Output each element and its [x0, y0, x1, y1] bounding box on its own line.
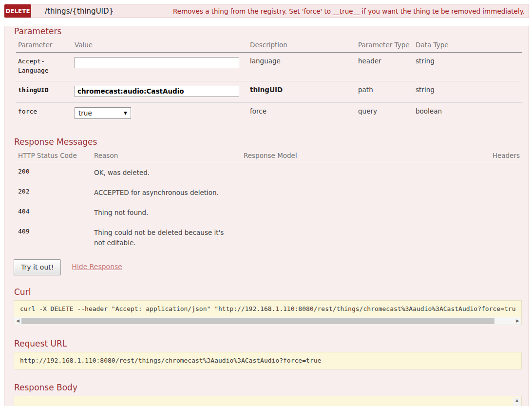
curl-horizontal-scrollbar[interactable]: ◀ ▶	[14, 317, 521, 325]
actions-row: Try it out! Hide Response	[14, 259, 522, 275]
status-code: 202	[16, 188, 92, 197]
headers	[451, 168, 522, 177]
param-data-type: string	[414, 86, 522, 97]
col-http-status-code: HTTP Status Code	[16, 152, 92, 159]
param-description: thingUID	[248, 86, 356, 97]
param-name: thingUID	[16, 86, 65, 97]
response-messages-header: HTTP Status Code Reason Response Model H…	[16, 150, 522, 163]
response-messages-heading: Response Messages	[14, 137, 522, 147]
force-select[interactable]: true ▼	[75, 107, 131, 119]
curl-heading: Curl	[14, 287, 522, 297]
chevron-down-icon: ▼	[124, 111, 127, 116]
swagger-operation-delete: DELETE /things/{thingUID} Removes a thin…	[4, 4, 529, 406]
operation-content: Parameters Parameter Value Description P…	[4, 26, 529, 406]
param-row-accept-language: Accept-Language language header string	[16, 53, 522, 81]
param-row-thinguid: thingUID thingUID path string	[16, 81, 522, 102]
response-body-heading: Response Body	[14, 383, 522, 392]
request-url-codebox: http://192.168.1.110:8080/rest/things/ch…	[14, 352, 522, 369]
scrollbar-thumb[interactable]	[21, 318, 494, 324]
headers	[451, 228, 522, 248]
col-response-model: Response Model	[242, 152, 451, 159]
parameters-heading: Parameters	[14, 26, 522, 36]
scroll-left-icon[interactable]: ◀	[14, 317, 21, 325]
col-headers: Headers	[451, 152, 522, 159]
operation-summary: Removes a thing from the registry. Set '…	[173, 7, 529, 15]
thinguid-input[interactable]	[75, 86, 239, 97]
param-type: header	[356, 57, 414, 76]
parameters-table: Parameter Value Description Parameter Ty…	[16, 39, 522, 124]
param-row-force: force true ▼ force query boolean	[16, 102, 522, 124]
param-type: query	[356, 107, 414, 119]
response-row-202: 202 ACCEPTED for asynchronous deletion.	[16, 183, 522, 203]
parameters-table-header: Parameter Value Description Parameter Ty…	[16, 39, 522, 53]
operation-path-link[interactable]: /things/{thingUID}	[45, 7, 114, 16]
param-name: force	[16, 107, 65, 119]
headers	[451, 188, 522, 197]
response-row-409: 409 Thing could not be deleted because i…	[16, 223, 522, 253]
col-data-type: Data Type	[414, 41, 522, 49]
status-code: 404	[16, 208, 92, 217]
response-body-json: { "error": { "message": "Cannot delete T…	[14, 396, 521, 406]
response-model	[242, 168, 451, 177]
response-model	[242, 208, 451, 217]
col-description: Description	[248, 41, 356, 49]
col-value: Value	[73, 41, 248, 49]
param-type: path	[356, 86, 414, 97]
reason: Thing not found.	[92, 208, 234, 217]
param-data-type: string	[414, 57, 522, 76]
response-body-codebox: { "error": { "message": "Cannot delete T…	[14, 396, 522, 406]
col-reason: Reason	[92, 152, 242, 159]
accept-language-input[interactable]	[75, 57, 239, 68]
param-description: language	[248, 57, 356, 76]
reason: Thing could not be deleted because it's …	[92, 228, 234, 248]
param-description: force	[248, 107, 356, 119]
try-it-out-button[interactable]: Try it out!	[14, 259, 61, 275]
status-code: 409	[16, 228, 92, 248]
reason: OK, was deleted.	[92, 168, 234, 177]
col-parameter-type: Parameter Type	[356, 41, 414, 49]
response-row-200: 200 OK, was deleted.	[16, 163, 522, 183]
response-messages-table: HTTP Status Code Reason Response Model H…	[16, 150, 522, 253]
curl-codebox: curl -X DELETE --header "Accept: applica…	[14, 300, 522, 325]
headers	[451, 208, 522, 217]
scroll-up-icon[interactable]: ▲	[513, 397, 521, 404]
response-body-vertical-scrollbar[interactable]: ▲	[513, 397, 521, 406]
col-parameter: Parameter	[16, 41, 73, 49]
response-row-404: 404 Thing not found.	[16, 203, 522, 223]
response-model	[242, 188, 451, 197]
curl-command: curl -X DELETE --header "Accept: applica…	[14, 301, 521, 317]
request-url-value: http://192.168.1.110:8080/rest/things/ch…	[14, 352, 521, 369]
scroll-right-icon[interactable]: ▶	[514, 317, 521, 325]
http-method-badge[interactable]: DELETE	[4, 4, 31, 18]
status-code: 200	[16, 168, 92, 177]
param-name: Accept-Language	[16, 57, 65, 76]
force-select-value: true	[78, 109, 92, 117]
reason: ACCEPTED for asynchronous deletion.	[92, 188, 234, 197]
response-model	[242, 228, 451, 248]
operation-heading-bar: DELETE /things/{thingUID} Removes a thin…	[4, 4, 529, 18]
request-url-heading: Request URL	[14, 339, 522, 348]
hide-response-link[interactable]: Hide Response	[72, 263, 122, 271]
param-data-type: boolean	[414, 107, 522, 119]
